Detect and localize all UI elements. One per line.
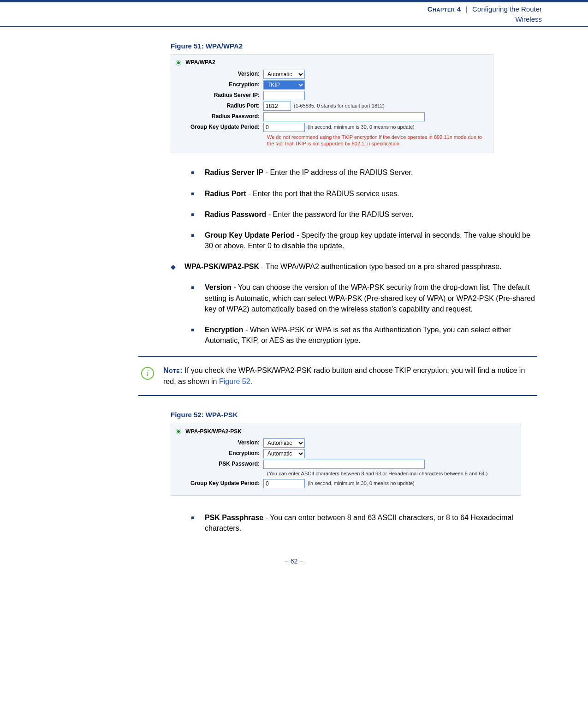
radius-port-hint: (1-65535, 0 stands for default port 1812… <box>294 102 385 110</box>
radius-ip-label: Radius Server IP: <box>176 91 263 99</box>
radius-port-label: Radius Port: <box>176 102 263 110</box>
wpa-psk-header-label: WPA-PSK/WPA2-PSK <box>185 428 242 435</box>
wpa-psk-section-header: WPA-PSK/WPA2-PSK <box>176 428 516 436</box>
bullet-psk-passphrase: ■ PSK Passphrase - You can enter between… <box>191 512 537 533</box>
radius-pw-input[interactable] <box>263 112 425 121</box>
figure-52-screenshot: WPA-PSK/WPA2-PSK Version: Automatic Encr… <box>171 424 521 496</box>
square-bullet-icon: ■ <box>191 167 205 178</box>
encryption-label: Encryption: <box>176 81 263 89</box>
encryption-select[interactable]: TKIP <box>263 80 305 90</box>
gkup-hint: (in second, minimum is 30, 0 means no up… <box>308 480 415 487</box>
gkup-label: Group Key Update Period: <box>176 479 263 487</box>
figure-51-screenshot: WPA/WPA2 Version: Automatic Encryption: … <box>171 54 493 153</box>
square-bullet-icon: ■ <box>191 209 205 220</box>
psk-pw-label: PSK Password: <box>176 460 263 468</box>
version-select[interactable]: Automatic <box>263 70 305 79</box>
page-number: – 62 – <box>285 557 303 565</box>
bullet-radius-ip: ■ Radius Server IP - Enter the IP addres… <box>191 167 537 178</box>
note-text: Note: If you check the WPA-PSK/WPA2-PSK … <box>163 365 537 386</box>
gkup-input[interactable] <box>263 123 305 132</box>
note-block: i Note: If you check the WPA-PSK/WPA2-PS… <box>138 356 537 395</box>
wpa-header-label: WPA/WPA2 <box>185 59 215 66</box>
version-label: Version: <box>176 439 263 447</box>
page-footer: – 62 – <box>0 557 588 566</box>
info-icon: i <box>141 367 154 380</box>
encryption-select[interactable]: Automatic <box>263 449 305 458</box>
header-chapter: Chapter 4 <box>428 5 461 13</box>
tkip-warning: We do not recommend using the TKIP encry… <box>267 134 488 148</box>
version-label: Version: <box>176 70 263 78</box>
gkup-label: Group Key Update Period: <box>176 123 263 131</box>
header-title: Configuring the Router <box>472 5 542 13</box>
figure-52-caption: Figure 52: WPA-PSK <box>171 410 537 420</box>
bullet-encryption: ■ Encryption - When WPA-PSK or WPA is se… <box>191 324 537 346</box>
bullet-gkup: ■ Group Key Update Period - Specify the … <box>191 230 537 251</box>
radio-selected-icon[interactable] <box>176 60 181 66</box>
gkup-hint: (in second, minimum is 30, 0 means no up… <box>308 124 415 131</box>
radius-pw-label: Radius Password: <box>176 113 263 120</box>
square-bullet-icon: ■ <box>191 230 205 251</box>
psk-pw-input[interactable] <box>263 460 425 469</box>
psk-pw-hint: (You can enter ASCII characters between … <box>267 470 516 478</box>
bullet-wpa-psk-main: ◆ WPA-PSK/WPA2-PSK - The WPA/WPA2 authen… <box>171 261 537 272</box>
radio-selected-icon[interactable] <box>176 429 181 434</box>
square-bullet-icon: ■ <box>191 512 205 533</box>
square-bullet-icon: ■ <box>191 188 205 199</box>
square-bullet-icon: ■ <box>191 282 205 314</box>
header-separator: | <box>463 5 470 13</box>
bullet-radius-port: ■ Radius Port - Enter the port that the … <box>191 188 537 199</box>
bullet-radius-pw: ■ Radius Password - Enter the password f… <box>191 209 537 220</box>
wpa-section-header: WPA/WPA2 <box>176 59 488 66</box>
square-bullet-icon: ■ <box>191 324 205 346</box>
gkup-input[interactable] <box>263 479 305 488</box>
header-subtitle: Wireless <box>0 14 542 24</box>
version-select[interactable]: Automatic <box>263 438 305 448</box>
radius-ip-input[interactable] <box>263 91 305 100</box>
figure-51-caption: Figure 51: WPA/WPA2 <box>171 41 537 51</box>
bullet-version: ■ Version - You can choose the version o… <box>191 282 537 314</box>
encryption-label: Encryption: <box>176 449 263 457</box>
figure-52-link[interactable]: Figure 52 <box>219 377 250 385</box>
page-header: Chapter 4 | Configuring the Router Wirel… <box>0 0 588 27</box>
page-content: Figure 51: WPA/WPA2 WPA/WPA2 Version: Au… <box>171 41 537 534</box>
note-label: Note: <box>163 366 183 374</box>
diamond-bullet-icon: ◆ <box>171 261 184 272</box>
radius-port-input[interactable] <box>263 102 291 111</box>
